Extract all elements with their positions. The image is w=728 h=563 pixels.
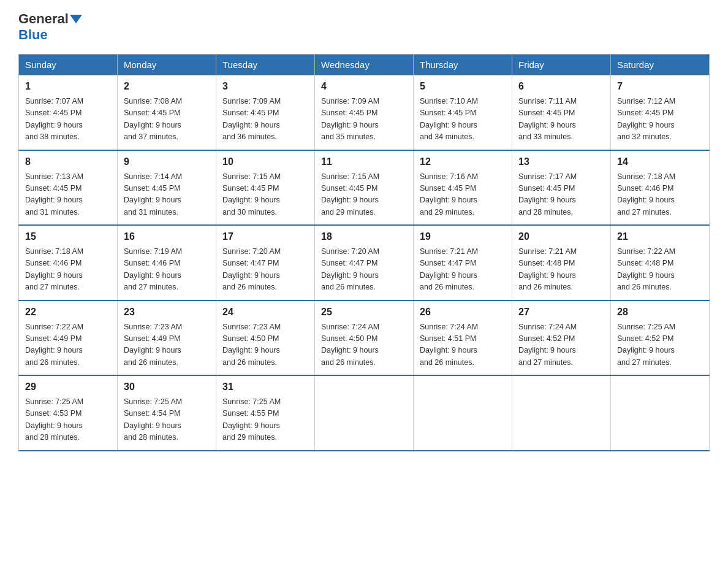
weekday-header-saturday: Saturday: [611, 55, 710, 75]
day-info: Sunrise: 7:14 AMSunset: 4:45 PMDaylight:…: [124, 171, 210, 219]
day-info: Sunrise: 7:25 AMSunset: 4:53 PMDaylight:…: [25, 396, 111, 444]
day-info: Sunrise: 7:20 AMSunset: 4:47 PMDaylight:…: [222, 246, 308, 294]
calendar-cell: [611, 375, 710, 451]
day-number: 3: [222, 79, 308, 94]
calendar-cell: 30Sunrise: 7:25 AMSunset: 4:54 PMDayligh…: [118, 375, 216, 451]
day-number: 28: [617, 305, 703, 320]
calendar-cell: 19Sunrise: 7:21 AMSunset: 4:47 PMDayligh…: [414, 225, 512, 301]
day-number: 26: [420, 305, 506, 320]
week-row-4: 22Sunrise: 7:22 AMSunset: 4:49 PMDayligh…: [19, 301, 710, 376]
day-info: Sunrise: 7:16 AMSunset: 4:45 PMDaylight:…: [420, 171, 506, 219]
day-info: Sunrise: 7:08 AMSunset: 4:45 PMDaylight:…: [124, 96, 210, 144]
calendar-cell: 2Sunrise: 7:08 AMSunset: 4:45 PMDaylight…: [118, 75, 216, 150]
calendar-cell: 15Sunrise: 7:18 AMSunset: 4:46 PMDayligh…: [19, 225, 118, 301]
calendar-cell: 21Sunrise: 7:22 AMSunset: 4:48 PMDayligh…: [611, 225, 710, 301]
day-number: 11: [321, 155, 407, 169]
day-number: 8: [25, 155, 111, 169]
calendar-cell: 1Sunrise: 7:07 AMSunset: 4:45 PMDaylight…: [19, 75, 118, 150]
calendar-cell: 22Sunrise: 7:22 AMSunset: 4:49 PMDayligh…: [19, 301, 118, 376]
day-info: Sunrise: 7:22 AMSunset: 4:49 PMDaylight:…: [25, 321, 111, 369]
calendar-cell: 28Sunrise: 7:25 AMSunset: 4:52 PMDayligh…: [611, 301, 710, 376]
week-row-3: 15Sunrise: 7:18 AMSunset: 4:46 PMDayligh…: [19, 225, 710, 301]
day-number: 29: [25, 380, 111, 394]
calendar-cell: 24Sunrise: 7:23 AMSunset: 4:50 PMDayligh…: [216, 301, 315, 376]
day-number: 21: [617, 229, 703, 244]
day-info: Sunrise: 7:09 AMSunset: 4:45 PMDaylight:…: [222, 96, 308, 144]
day-info: Sunrise: 7:15 AMSunset: 4:45 PMDaylight:…: [222, 171, 308, 219]
calendar-cell: 29Sunrise: 7:25 AMSunset: 4:53 PMDayligh…: [19, 375, 118, 451]
day-number: 5: [420, 79, 506, 94]
day-number: 20: [518, 229, 604, 244]
day-info: Sunrise: 7:23 AMSunset: 4:49 PMDaylight:…: [124, 321, 210, 369]
day-info: Sunrise: 7:25 AMSunset: 4:52 PMDaylight:…: [617, 321, 703, 369]
day-number: 25: [321, 305, 407, 320]
day-number: 22: [25, 305, 111, 320]
calendar-cell: 11Sunrise: 7:15 AMSunset: 4:45 PMDayligh…: [315, 150, 414, 226]
day-number: 14: [617, 155, 703, 169]
day-number: 31: [222, 380, 308, 394]
day-info: Sunrise: 7:12 AMSunset: 4:45 PMDaylight:…: [617, 96, 703, 144]
week-row-2: 8Sunrise: 7:13 AMSunset: 4:45 PMDaylight…: [19, 150, 710, 226]
calendar-table: SundayMondayTuesdayWednesdayThursdayFrid…: [18, 54, 710, 451]
day-info: Sunrise: 7:19 AMSunset: 4:46 PMDaylight:…: [124, 246, 210, 294]
day-info: Sunrise: 7:24 AMSunset: 4:51 PMDaylight:…: [420, 321, 506, 369]
calendar-cell: 20Sunrise: 7:21 AMSunset: 4:48 PMDayligh…: [512, 225, 611, 301]
calendar-cell: 4Sunrise: 7:09 AMSunset: 4:45 PMDaylight…: [315, 75, 414, 150]
day-info: Sunrise: 7:21 AMSunset: 4:48 PMDaylight:…: [518, 246, 604, 294]
day-info: Sunrise: 7:18 AMSunset: 4:46 PMDaylight:…: [617, 171, 703, 219]
day-number: 13: [518, 155, 604, 169]
day-info: Sunrise: 7:24 AMSunset: 4:50 PMDaylight:…: [321, 321, 407, 369]
weekday-header-friday: Friday: [512, 55, 611, 75]
calendar-cell: 27Sunrise: 7:24 AMSunset: 4:52 PMDayligh…: [512, 301, 611, 376]
day-info: Sunrise: 7:07 AMSunset: 4:45 PMDaylight:…: [25, 96, 111, 144]
calendar-cell: 31Sunrise: 7:25 AMSunset: 4:55 PMDayligh…: [216, 375, 315, 451]
calendar-cell: 26Sunrise: 7:24 AMSunset: 4:51 PMDayligh…: [414, 301, 512, 376]
weekday-header-sunday: Sunday: [19, 55, 118, 75]
day-number: 15: [25, 229, 111, 244]
calendar-cell: 6Sunrise: 7:11 AMSunset: 4:45 PMDaylight…: [512, 75, 611, 150]
day-number: 27: [518, 305, 604, 320]
calendar-cell: 18Sunrise: 7:20 AMSunset: 4:47 PMDayligh…: [315, 225, 414, 301]
calendar-cell: 17Sunrise: 7:20 AMSunset: 4:47 PMDayligh…: [216, 225, 315, 301]
day-number: 30: [124, 380, 210, 394]
day-info: Sunrise: 7:18 AMSunset: 4:46 PMDaylight:…: [25, 246, 111, 294]
day-number: 17: [222, 229, 308, 244]
day-number: 9: [124, 155, 210, 169]
calendar-cell: 25Sunrise: 7:24 AMSunset: 4:50 PMDayligh…: [315, 301, 414, 376]
day-info: Sunrise: 7:10 AMSunset: 4:45 PMDaylight:…: [420, 96, 506, 144]
logo-triangle-icon: [70, 15, 82, 23]
calendar-cell: 12Sunrise: 7:16 AMSunset: 4:45 PMDayligh…: [414, 150, 512, 226]
calendar-cell: [414, 375, 512, 451]
day-number: 6: [518, 79, 604, 94]
day-info: Sunrise: 7:17 AMSunset: 4:45 PMDaylight:…: [518, 171, 604, 219]
calendar-cell: 14Sunrise: 7:18 AMSunset: 4:46 PMDayligh…: [611, 150, 710, 226]
calendar-cell: 9Sunrise: 7:14 AMSunset: 4:45 PMDaylight…: [118, 150, 216, 226]
calendar-cell: 10Sunrise: 7:15 AMSunset: 4:45 PMDayligh…: [216, 150, 315, 226]
day-number: 23: [124, 305, 210, 320]
day-info: Sunrise: 7:24 AMSunset: 4:52 PMDaylight:…: [518, 321, 604, 369]
day-number: 2: [124, 79, 210, 94]
day-number: 4: [321, 79, 407, 94]
calendar-cell: 8Sunrise: 7:13 AMSunset: 4:45 PMDaylight…: [19, 150, 118, 226]
day-number: 19: [420, 229, 506, 244]
weekday-header-row: SundayMondayTuesdayWednesdayThursdayFrid…: [19, 55, 710, 75]
logo-general: General: [18, 12, 69, 26]
day-info: Sunrise: 7:21 AMSunset: 4:47 PMDaylight:…: [420, 246, 506, 294]
calendar-cell: [512, 375, 611, 451]
logo-blue: Blue: [18, 27, 48, 43]
day-info: Sunrise: 7:20 AMSunset: 4:47 PMDaylight:…: [321, 246, 407, 294]
logo: General Blue: [18, 12, 82, 43]
weekday-header-wednesday: Wednesday: [315, 55, 414, 75]
calendar-cell: [315, 375, 414, 451]
weekday-header-monday: Monday: [118, 55, 216, 75]
calendar-cell: 13Sunrise: 7:17 AMSunset: 4:45 PMDayligh…: [512, 150, 611, 226]
day-info: Sunrise: 7:25 AMSunset: 4:54 PMDaylight:…: [124, 396, 210, 444]
day-number: 16: [124, 229, 210, 244]
day-info: Sunrise: 7:09 AMSunset: 4:45 PMDaylight:…: [321, 96, 407, 144]
day-number: 7: [617, 79, 703, 94]
calendar-cell: 23Sunrise: 7:23 AMSunset: 4:49 PMDayligh…: [118, 301, 216, 376]
day-info: Sunrise: 7:23 AMSunset: 4:50 PMDaylight:…: [222, 321, 308, 369]
day-number: 18: [321, 229, 407, 244]
page-header: General Blue: [18, 12, 710, 43]
calendar-cell: 5Sunrise: 7:10 AMSunset: 4:45 PMDaylight…: [414, 75, 512, 150]
